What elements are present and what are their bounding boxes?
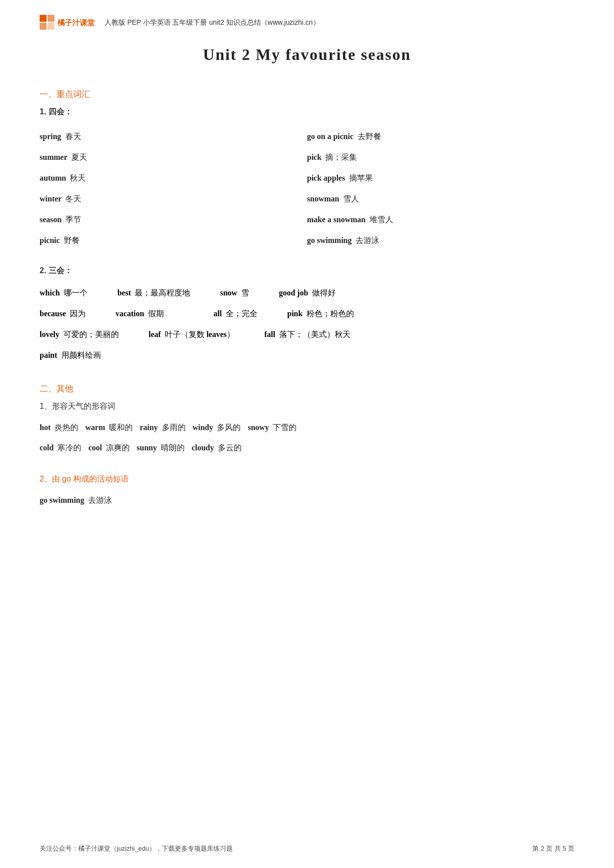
sub2-label: 2. 三会： bbox=[40, 266, 574, 276]
list-item: vacation 假期 bbox=[115, 306, 164, 322]
list-item: season 季节 bbox=[40, 209, 307, 230]
list-item: fall 落下；（美式）秋天 bbox=[264, 327, 351, 342]
list-item: go swimming 去游泳 bbox=[307, 230, 574, 251]
list-item: all 全；完全 bbox=[213, 306, 257, 322]
svg-rect-0 bbox=[40, 15, 47, 22]
list-item: leaf 叶子（复数 leaves） bbox=[149, 327, 235, 342]
san-hui-row-4: paint 用颜料绘画 bbox=[40, 347, 574, 363]
list-item: pick 摘；采集 bbox=[307, 147, 574, 168]
vocab-four-grid: spring 春天 summer 夏天 autumn 秋天 winter 冬天 … bbox=[40, 126, 574, 251]
list-item: good job 做得好 bbox=[279, 285, 336, 301]
logo-icon bbox=[40, 15, 55, 31]
sub1-label: 1. 四会： bbox=[40, 107, 574, 117]
sub2-label: 2、由 go 构成的活动短语 bbox=[40, 474, 574, 484]
vocab-left-col: spring 春天 summer 夏天 autumn 秋天 winter 冬天 … bbox=[40, 126, 307, 251]
footer: 关注公众号：橘子汁课堂（juzizhi_edu），下载更多专项题库练习题 第 2… bbox=[0, 844, 614, 853]
list-item: lovely 可爱的；美丽的 bbox=[40, 327, 119, 342]
svg-rect-1 bbox=[48, 15, 54, 22]
list-item: because 因为 bbox=[40, 306, 86, 322]
page: 橘子汁课堂 人教版 PEP 小学英语 五年级下册 unit2 知识点总结（www… bbox=[0, 0, 614, 868]
list-item: picnic 野餐 bbox=[40, 230, 307, 251]
vocab-right-col: go on a picnic 去野餐 pick 摘；采集 pick apples… bbox=[307, 126, 574, 251]
header-subtitle: 人教版 PEP 小学英语 五年级下册 unit2 知识点总结（www.juziz… bbox=[104, 18, 320, 27]
list-item: warm 暖和的 bbox=[85, 423, 135, 432]
svg-rect-2 bbox=[40, 23, 47, 30]
list-item: spring 春天 bbox=[40, 126, 307, 147]
footer-left: 关注公众号：橘子汁课堂（juzizhi_edu），下载更多专项题库练习题 bbox=[40, 844, 233, 853]
list-item: snowman 雪人 bbox=[307, 189, 574, 209]
list-item: go on a picnic 去野餐 bbox=[307, 126, 574, 147]
san-hui-row-1: which 哪一个 best 最；最高程度地 snow 雪 good job 做… bbox=[40, 285, 574, 301]
list-item: summer 夏天 bbox=[40, 147, 307, 168]
section1-heading: 一、重点词汇 bbox=[40, 89, 574, 100]
go-phrases-section: 2、由 go 构成的活动短语 go swimming 去游泳 bbox=[40, 474, 574, 509]
sub1-label: 1、形容天气的形容词 bbox=[40, 401, 574, 412]
header: 橘子汁课堂 人教版 PEP 小学英语 五年级下册 unit2 知识点总结（www… bbox=[40, 15, 574, 31]
logo-text: 橘子汁课堂 bbox=[57, 18, 95, 28]
list-item: cold 寒冷的 bbox=[40, 443, 83, 452]
list-item: best 最；最高程度地 bbox=[117, 285, 191, 301]
section-other: 二、其他 1、形容天气的形容词 hot 炎热的 warm 暖和的 rainy 多… bbox=[40, 383, 574, 509]
main-title: Unit 2 My favourite season bbox=[40, 46, 574, 64]
section2-heading: 二、其他 bbox=[40, 383, 574, 394]
footer-right: 第 2 页 共 5 页 bbox=[532, 844, 574, 853]
list-item: snow 雪 bbox=[220, 285, 249, 301]
logo-box: 橘子汁课堂 bbox=[40, 15, 95, 31]
weather-row-2: cold 寒冷的 cool 凉爽的 sunny 晴朗的 cloudy 多云的 bbox=[40, 439, 574, 456]
weather-row-1: hot 炎热的 warm 暖和的 rainy 多雨的 windy 多风的 sno… bbox=[40, 419, 574, 436]
list-item: paint 用颜料绘画 bbox=[40, 347, 101, 363]
list-item: pink 粉色；粉色的 bbox=[287, 306, 354, 322]
list-item: windy 多风的 bbox=[193, 423, 243, 432]
san-hui-row-3: lovely 可爱的；美丽的 leaf 叶子（复数 leaves） fall 落… bbox=[40, 327, 574, 342]
sub2-section: 2. 三会： which 哪一个 best 最；最高程度地 snow 雪 goo… bbox=[40, 266, 574, 363]
svg-rect-3 bbox=[48, 23, 54, 30]
section-vocab: 一、重点词汇 1. 四会： spring 春天 summer 夏天 autumn… bbox=[40, 89, 574, 363]
weather-adj-section: 1、形容天气的形容词 hot 炎热的 warm 暖和的 rainy 多雨的 wi… bbox=[40, 401, 574, 456]
go-swimming-item: go swimming 去游泳 bbox=[40, 491, 574, 509]
list-item: make a snowman 堆雪人 bbox=[307, 209, 574, 230]
list-item: snowy 下雪的 bbox=[248, 423, 297, 432]
list-item: winter 冬天 bbox=[40, 189, 307, 209]
list-item: autumn 秋天 bbox=[40, 168, 307, 189]
list-item: pick apples 摘苹果 bbox=[307, 168, 574, 189]
san-hui-row-2: because 因为 vacation 假期 all 全；完全 pink 粉色；… bbox=[40, 306, 574, 322]
list-item: rainy 多雨的 bbox=[140, 423, 187, 432]
list-item: cool 凉爽的 bbox=[88, 443, 132, 452]
list-item: which 哪一个 bbox=[40, 285, 88, 301]
list-item: sunny 晴朗的 bbox=[137, 443, 187, 452]
list-item: cloudy 多云的 bbox=[192, 443, 242, 452]
list-item: hot 炎热的 bbox=[40, 423, 80, 432]
